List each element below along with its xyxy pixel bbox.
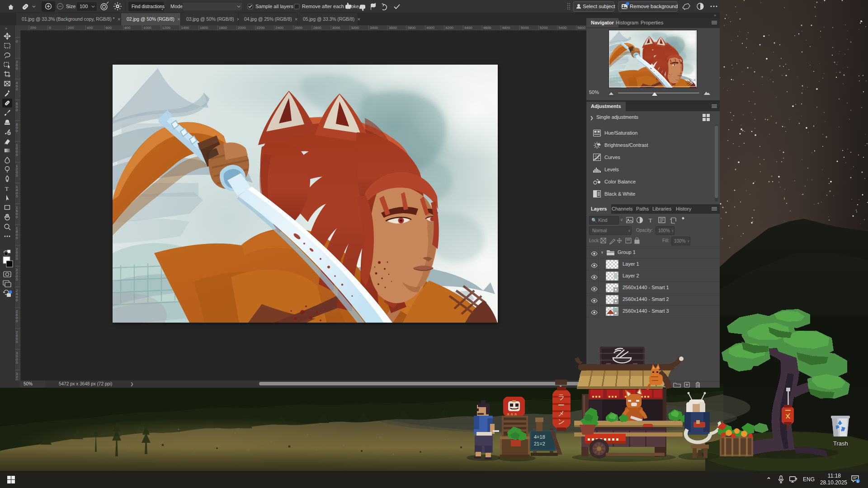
svg-text:0: 0 [16,129,18,133]
svg-text:0: 0 [16,108,18,112]
svg-text:0: 0 [16,87,18,91]
svg-text:1000: 1000 [143,26,151,30]
svg-text:Select subject: Select subject [583,4,615,9]
svg-text:1800: 1800 [219,26,227,30]
svg-text:4600: 4600 [483,26,491,30]
svg-text:2200: 2200 [257,26,265,30]
svg-text:4800: 4800 [502,26,510,30]
svg-text:4200: 4200 [445,26,453,30]
svg-text:3200: 3200 [351,26,359,30]
svg-text:Sample all layers: Sample all layers [255,4,293,9]
svg-text:0: 0 [16,66,18,70]
svg-text:4000: 4000 [426,26,434,30]
svg-text:2600: 2600 [294,26,302,30]
svg-text:3600: 3600 [389,26,397,30]
svg-text:1400: 1400 [181,26,189,30]
svg-text:0: 0 [16,319,18,323]
svg-text:100: 100 [80,4,88,9]
svg-text:2800: 2800 [313,26,321,30]
svg-text:0: 0 [16,153,18,157]
svg-text:400: 400 [87,26,93,30]
svg-text:5200: 5200 [540,26,548,30]
svg-text:0: 0 [49,26,51,30]
svg-text:800: 800 [124,26,131,30]
svg-text:0: 0 [16,277,18,282]
svg-text:6: 6 [857,479,859,483]
svg-text:0: 0 [16,39,18,43]
svg-text:Remove background: Remove background [630,4,678,9]
svg-text:4400: 4400 [464,26,472,30]
svg-text:fx: fx [644,383,647,388]
svg-text:1600: 1600 [200,26,208,30]
svg-text:0: 0 [16,236,18,240]
svg-text:3000: 3000 [332,26,340,30]
svg-text:3800: 3800 [408,26,416,30]
svg-text:0: 0 [16,298,18,302]
svg-text:1200: 1200 [162,26,170,30]
svg-text:Mode: Mode [170,4,183,9]
svg-text:0: 0 [16,215,18,219]
svg-text:2400: 2400 [275,26,283,30]
svg-text:2000: 2000 [238,26,246,30]
svg-text:Size: Size [66,4,75,9]
svg-text:5600: 5600 [577,26,585,30]
svg-text:T: T [649,217,652,224]
svg-text:0: 0 [16,361,18,365]
svg-text:200: 200 [68,26,74,30]
svg-text:T: T [5,185,9,192]
svg-text:600: 600 [106,26,112,30]
svg-text:5400: 5400 [559,26,567,30]
svg-text:0: 0 [16,194,18,198]
svg-text:3400: 3400 [370,26,378,30]
svg-text:Find distractions: Find distractions [132,4,165,9]
svg-text:0: 0 [16,340,18,344]
svg-text:0: 0 [16,174,18,178]
svg-text:5000: 5000 [521,26,529,30]
svg-text:0: 0 [16,257,18,261]
svg-text:200: 200 [30,26,37,30]
